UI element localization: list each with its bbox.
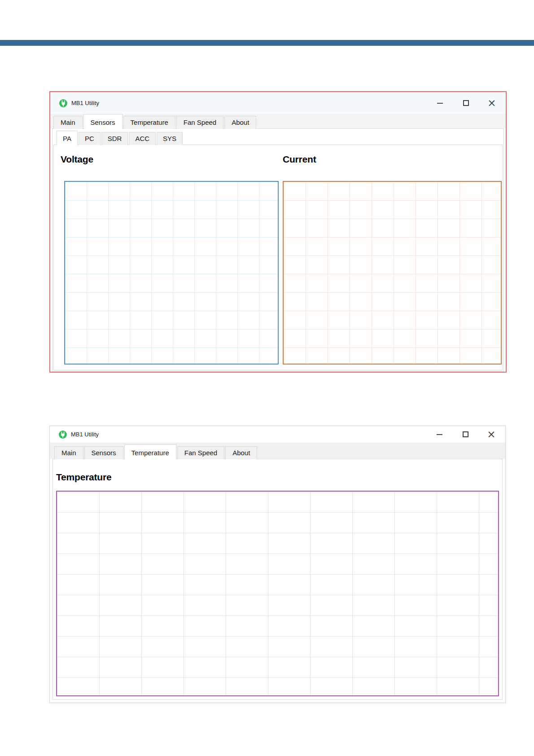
document-page: { "page": { "top_bar_color": "#356a94" }… [0,0,534,756]
app-plug-icon [59,431,67,439]
mb1-utility-window-sensors: MB1 Utility × Main Sensors Temperature F… [49,91,507,373]
tab-sensors[interactable]: Sensors [83,114,123,129]
minimize-icon [437,434,442,435]
maximize-icon [463,100,469,106]
subtab-pa[interactable]: PA [57,131,78,145]
maximize-button[interactable] [453,97,479,110]
temperature-chart-plot-area [56,491,499,696]
current-chart-plot-area [283,181,502,365]
tab-main[interactable]: Main [53,116,83,129]
voltage-chart-plot-area [64,181,279,365]
temperature-chart-title: Temperature [56,471,502,483]
temperature-tab-pane: Temperature [53,459,503,700]
tab-about[interactable]: About [224,116,256,129]
tab-temperature[interactable]: Temperature [123,116,175,129]
maximize-icon [463,431,468,437]
app-plug-icon [59,99,67,107]
titlebar[interactable]: MB1 Utility × [50,92,506,114]
voltage-chart-section: Voltage [61,153,283,370]
tab-temperature[interactable]: Temperature [124,444,176,459]
maximize-button[interactable] [452,428,478,441]
voltage-chart-title: Voltage [61,153,283,166]
pa-subtab-pane: Voltage Current [53,145,503,370]
page-accent-bar [0,40,534,46]
subtab-sdr[interactable]: SDR [101,132,128,145]
tab-about[interactable]: About [225,446,257,459]
tab-fan-speed[interactable]: Fan Speed [177,446,224,459]
subtab-pc[interactable]: PC [79,132,101,145]
main-tabstrip: Main Sensors Temperature Fan Speed About [50,443,505,459]
close-button[interactable]: × [478,428,504,441]
minimize-button[interactable] [426,428,452,441]
tab-fan-speed[interactable]: Fan Speed [176,116,223,129]
close-icon: × [487,429,495,440]
current-chart-title: Current [283,153,502,166]
subtab-acc[interactable]: ACC [129,132,156,145]
tab-main[interactable]: Main [54,446,83,459]
sensor-subtabstrip: PA PC SDR ACC SYS [53,130,503,145]
subtab-sys[interactable]: SYS [157,132,183,145]
window-title: MB1 Utility [71,431,99,438]
current-chart-section: Current [283,153,504,370]
close-icon: × [487,98,496,108]
window-controls: × [427,97,506,110]
window-controls: × [426,428,505,441]
sensors-tab-pane: PA PC SDR ACC SYS Voltage Current [52,128,504,372]
mb1-utility-window-temperature: MB1 Utility × Main Sensors Temperature F… [49,426,506,703]
main-tabstrip: Main Sensors Temperature Fan Speed About [50,114,506,128]
minimize-icon [437,103,443,104]
close-button[interactable]: × [479,97,505,110]
tab-sensors[interactable]: Sensors [84,446,123,459]
window-title: MB1 Utility [71,100,99,106]
titlebar[interactable]: MB1 Utility × [50,426,505,443]
minimize-button[interactable] [427,97,453,110]
